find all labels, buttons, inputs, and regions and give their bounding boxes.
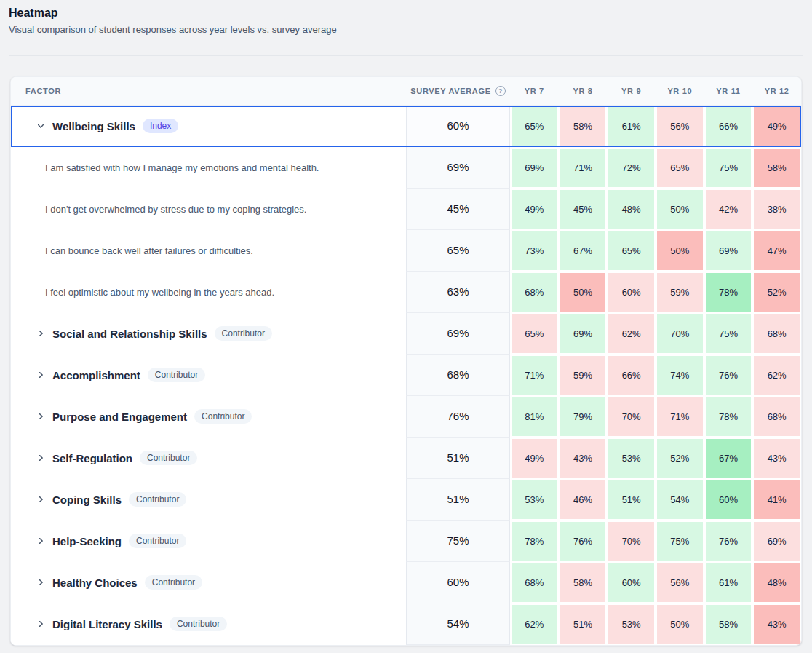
chevron-right-icon[interactable] bbox=[36, 411, 46, 422]
heat-cell-yr10: 50% bbox=[656, 189, 704, 230]
heat-cell-yr10: 56% bbox=[656, 106, 704, 147]
factor-cell[interactable]: Help-SeekingContributor bbox=[11, 521, 406, 562]
heat-cell-yr7: 62% bbox=[510, 603, 559, 645]
survey-average-cell: 76% bbox=[406, 396, 510, 438]
heat-cell-yr9: 70% bbox=[607, 396, 656, 438]
question-circle-icon[interactable]: ? bbox=[495, 86, 506, 96]
heat-cell-yr11: 76% bbox=[704, 355, 753, 396]
factor-cell[interactable]: Coping SkillsContributor bbox=[11, 479, 406, 521]
heat-cell-yr12: 48% bbox=[752, 562, 801, 603]
factor-row[interactable]: AccomplishmentContributor68%71%59%66%74%… bbox=[11, 355, 801, 396]
chevron-right-icon[interactable] bbox=[36, 577, 46, 587]
heat-cell-yr7: 73% bbox=[510, 230, 559, 272]
heat-cell-yr11: 78% bbox=[704, 272, 753, 313]
heat-cell-yr9: 60% bbox=[607, 272, 656, 313]
factor-cell[interactable]: Digital Literacy SkillsContributor bbox=[11, 603, 406, 645]
chevron-right-icon[interactable] bbox=[36, 494, 46, 504]
chevron-right-icon[interactable] bbox=[36, 328, 46, 339]
factor-row[interactable]: Coping SkillsContributor51%53%46%51%54%6… bbox=[11, 479, 801, 521]
factor-cell[interactable]: AccomplishmentContributor bbox=[11, 355, 406, 396]
survey-average-cell: 69% bbox=[406, 147, 510, 189]
factor-label: Help-Seeking bbox=[52, 535, 122, 547]
heat-cell-yr10: 56% bbox=[656, 562, 704, 603]
heat-cell-yr8: 69% bbox=[559, 313, 608, 355]
heat-cell-yr11: 58% bbox=[704, 603, 753, 645]
heatmap-card: FACTOR SURVEY AVERAGE ? YR 7YR 8YR 9YR 1… bbox=[10, 76, 802, 646]
heat-cell-yr10: 54% bbox=[656, 479, 704, 521]
survey-average-cell: 60% bbox=[406, 106, 510, 147]
heat-cell-yr7: 81% bbox=[510, 396, 559, 438]
question-row: I am satisfied with how I manage my emot… bbox=[11, 147, 801, 189]
factor-row[interactable]: Digital Literacy SkillsContributor54%62%… bbox=[11, 603, 801, 645]
heat-cell-yr10: 52% bbox=[656, 438, 704, 479]
factor-cell[interactable]: Social and Relationship SkillsContributo… bbox=[11, 313, 406, 355]
factor-cell[interactable]: Wellbeing SkillsIndex bbox=[11, 106, 406, 147]
contributor-badge: Contributor bbox=[170, 617, 227, 631]
survey-average-cell: 51% bbox=[406, 438, 510, 479]
heat-cell-yr12: 68% bbox=[752, 396, 801, 438]
factor-row[interactable]: Social and Relationship SkillsContributo… bbox=[11, 313, 801, 355]
heat-cell-yr12: 49% bbox=[752, 106, 801, 147]
heat-cell-yr10: 70% bbox=[656, 313, 704, 355]
index-badge: Index bbox=[143, 119, 178, 133]
question-cell: I feel optimistic about my wellbeing in … bbox=[11, 272, 406, 313]
heat-cell-yr7: 78% bbox=[510, 521, 559, 562]
heat-cell-yr12: 43% bbox=[752, 438, 801, 479]
factor-row[interactable]: Purpose and EngagementContributor76%81%7… bbox=[11, 396, 801, 438]
year-column-header-12: YR 12 bbox=[752, 77, 801, 105]
heat-cell-yr10: 50% bbox=[656, 603, 704, 645]
chevron-down-icon[interactable] bbox=[36, 121, 46, 131]
question-label: I can bounce back well after failures or… bbox=[45, 245, 253, 256]
factor-cell[interactable]: Healthy ChoicesContributor bbox=[11, 562, 406, 603]
contributor-badge: Contributor bbox=[194, 409, 252, 424]
heat-cell-yr7: 68% bbox=[510, 562, 559, 603]
survey-average-cell: 69% bbox=[406, 313, 510, 355]
heat-cell-yr9: 61% bbox=[607, 106, 656, 147]
survey-average-cell: 68% bbox=[406, 355, 510, 396]
heat-cell-yr12: 52% bbox=[752, 272, 801, 313]
chevron-right-icon[interactable] bbox=[36, 370, 46, 380]
heat-cell-yr10: 59% bbox=[656, 272, 704, 313]
heat-cell-yr8: 76% bbox=[559, 521, 608, 562]
factor-label: Coping Skills bbox=[52, 494, 122, 506]
chevron-right-icon[interactable] bbox=[36, 619, 46, 629]
heat-cell-yr12: 68% bbox=[752, 313, 801, 355]
heat-cell-yr9: 48% bbox=[607, 189, 656, 230]
chevron-right-icon[interactable] bbox=[36, 536, 46, 546]
factor-row[interactable]: Self-RegulationContributor51%49%43%53%52… bbox=[11, 438, 801, 479]
question-row: I can bounce back well after failures or… bbox=[11, 230, 801, 272]
heat-cell-yr7: 71% bbox=[510, 355, 559, 396]
heat-cell-yr8: 58% bbox=[559, 562, 608, 603]
chevron-right-icon[interactable] bbox=[36, 453, 46, 463]
factor-label: Social and Relationship Skills bbox=[52, 328, 207, 340]
heat-cell-yr7: 65% bbox=[510, 313, 559, 355]
heat-cell-yr8: 43% bbox=[559, 438, 608, 479]
heat-cell-yr8: 79% bbox=[559, 396, 608, 438]
factor-row[interactable]: Wellbeing SkillsIndex60%65%58%61%56%66%4… bbox=[11, 106, 801, 147]
heat-cell-yr11: 69% bbox=[704, 230, 753, 272]
heat-cell-yr8: 58% bbox=[559, 106, 608, 147]
heat-cell-yr12: 62% bbox=[752, 355, 801, 396]
heat-cell-yr12: 43% bbox=[752, 603, 801, 645]
survey-average-header-label: SURVEY AVERAGE bbox=[410, 87, 490, 95]
heat-cell-yr8: 46% bbox=[559, 479, 608, 521]
heat-cell-yr7: 49% bbox=[510, 438, 559, 479]
factor-row[interactable]: Healthy ChoicesContributor60%68%58%60%56… bbox=[11, 562, 801, 603]
survey-average-cell: 51% bbox=[406, 479, 510, 521]
question-label: I don't get overwhelmed by stress due to… bbox=[45, 204, 306, 215]
heat-cell-yr9: 70% bbox=[607, 521, 656, 562]
year-column-header-7: YR 7 bbox=[510, 77, 559, 105]
contributor-badge: Contributor bbox=[145, 575, 202, 590]
factor-label: Healthy Choices bbox=[52, 577, 138, 589]
heat-cell-yr8: 50% bbox=[559, 272, 608, 313]
factor-cell[interactable]: Purpose and EngagementContributor bbox=[11, 396, 406, 438]
heat-cell-yr9: 60% bbox=[607, 562, 656, 603]
heat-cell-yr8: 51% bbox=[559, 603, 608, 645]
factor-row[interactable]: Help-SeekingContributor75%78%76%70%75%76… bbox=[11, 521, 801, 562]
survey-average-cell: 63% bbox=[406, 272, 510, 313]
factor-cell[interactable]: Self-RegulationContributor bbox=[11, 438, 406, 479]
contributor-badge: Contributor bbox=[129, 492, 186, 507]
heat-cell-yr10: 50% bbox=[656, 230, 704, 272]
page-header-divider: Heatmap Visual comparison of student res… bbox=[9, 6, 803, 56]
heat-cell-yr7: 69% bbox=[510, 147, 559, 189]
